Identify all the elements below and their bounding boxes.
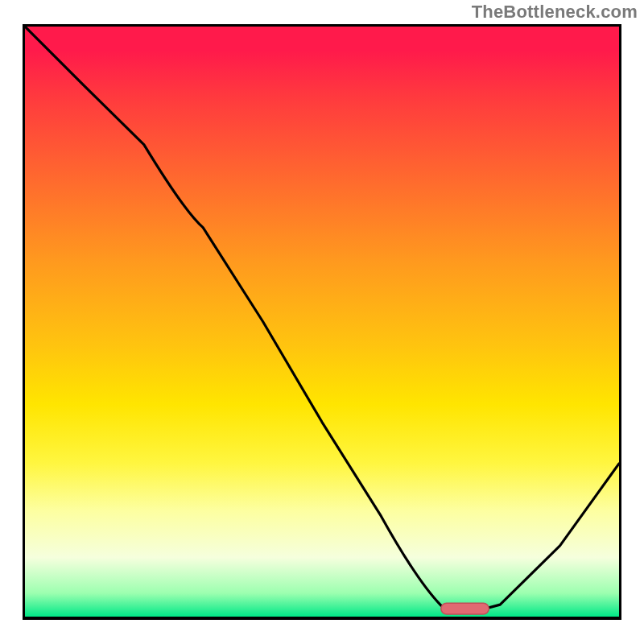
optimum-marker (441, 603, 489, 614)
svg-rect-0 (441, 603, 489, 614)
curve-path (25, 27, 619, 613)
watermark-text: TheBottleneck.com (472, 2, 638, 23)
plot-frame (23, 24, 621, 620)
bottleneck-curve (25, 27, 619, 617)
chart-container: TheBottleneck.com (0, 0, 644, 644)
